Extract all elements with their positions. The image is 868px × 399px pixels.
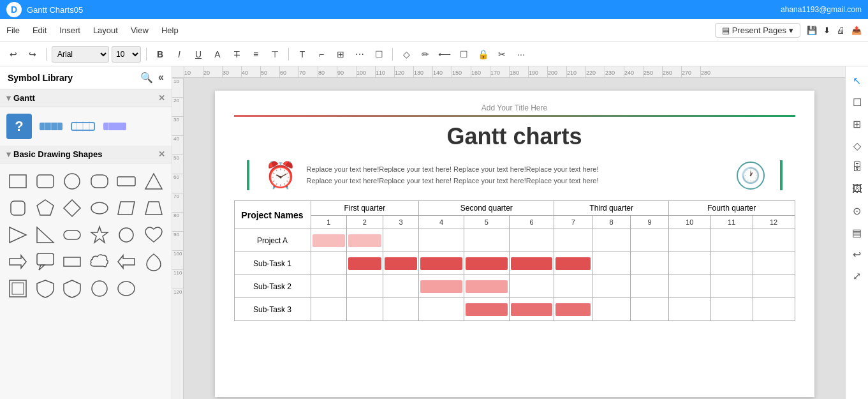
shape-shield[interactable]: [34, 277, 57, 300]
basic-shapes-close-icon[interactable]: ✕: [158, 149, 165, 159]
shape-pentagon[interactable]: [34, 197, 57, 220]
shape-parallelogram[interactable]: [115, 197, 138, 220]
checkbox-button[interactable]: ☐: [455, 46, 472, 63]
lock-button[interactable]: 🔒: [474, 46, 491, 63]
shape-ellipse[interactable]: [88, 197, 111, 220]
shape-callout[interactable]: [34, 250, 57, 273]
gantt-shape-1[interactable]: [38, 114, 64, 139]
gantt-shape-3[interactable]: [102, 114, 128, 139]
canvas[interactable]: Add Your Title Here Gantt charts ⏰ Repla…: [184, 78, 845, 399]
shape-cloud[interactable]: [88, 250, 111, 273]
gantt-shapes-panel: ?: [0, 107, 172, 146]
shape-oval[interactable]: [115, 277, 138, 300]
shape-shield-2[interactable]: [61, 277, 84, 300]
undo-button[interactable]: ↩: [5, 46, 22, 63]
right-panel-layers-icon[interactable]: ◇: [848, 137, 866, 154]
shape-teardrop[interactable]: [142, 250, 165, 273]
shape-rounded-rect[interactable]: [34, 170, 57, 193]
fill-button[interactable]: ◇: [398, 46, 415, 63]
shape-circle[interactable]: [61, 170, 84, 193]
gantt-shape-question[interactable]: ?: [6, 114, 32, 139]
svg-marker-18: [64, 200, 80, 216]
sidebar: Symbol Library 🔍 « ▾ Gantt ✕ ?: [0, 66, 172, 399]
right-panel-cursor-icon[interactable]: ↖: [848, 72, 866, 89]
gantt-shape-2[interactable]: [70, 114, 96, 139]
shape-arrow-left[interactable]: [115, 250, 138, 273]
subtask-1-bar-2: [385, 257, 418, 270]
shape-rounded-rect-2[interactable]: [88, 170, 111, 193]
title-decoration-line: [234, 115, 795, 117]
shape-rectangle[interactable]: [6, 170, 29, 193]
shape-triangle-right[interactable]: [6, 223, 29, 246]
image-button[interactable]: ☐: [371, 46, 387, 63]
shape-small-rect[interactable]: [61, 250, 84, 273]
share-icon[interactable]: 📤: [851, 26, 862, 35]
shape-star[interactable]: [88, 223, 111, 246]
shape-frame[interactable]: [6, 277, 29, 300]
month-1: 1: [311, 216, 347, 229]
info-line-1: Replace your text here!Replace your text…: [307, 164, 726, 176]
basic-shapes-section-header[interactable]: ▾ Basic Drawing Shapes ✕: [0, 146, 172, 163]
shape-diamond[interactable]: [61, 197, 84, 220]
strikethrough-button[interactable]: T̶: [228, 46, 245, 63]
right-panel-format-icon[interactable]: ↩: [848, 245, 866, 263]
subtask-1-m4: [419, 252, 464, 275]
svg-rect-28: [37, 253, 54, 265]
shape-rounded-square[interactable]: [6, 197, 29, 220]
line-button[interactable]: ⟵: [436, 46, 453, 63]
redo-button[interactable]: ↪: [24, 46, 41, 63]
menu-edit[interactable]: Edit: [33, 26, 47, 35]
right-panel-grid-icon[interactable]: ⊞: [848, 115, 866, 133]
right-panel-expand-icon[interactable]: ⤢: [848, 267, 866, 285]
print-icon[interactable]: 🖨: [837, 26, 845, 35]
save-icon[interactable]: 💾: [807, 26, 817, 35]
font-size-select[interactable]: 10: [112, 46, 141, 63]
pen-button[interactable]: ✏: [417, 46, 434, 63]
collapse-icon[interactable]: «: [158, 72, 164, 84]
text-tool-button[interactable]: T: [294, 46, 311, 63]
shape-triangle-half[interactable]: [34, 223, 57, 246]
font-family-select[interactable]: Arial: [52, 46, 109, 63]
right-panel-page-icon[interactable]: ☐: [848, 93, 866, 111]
search-icon[interactable]: 🔍: [140, 72, 153, 84]
more-button[interactable]: ···: [513, 46, 529, 63]
table-button[interactable]: ⊞: [332, 46, 349, 63]
download-icon[interactable]: ⬇: [823, 26, 830, 35]
shape-trapezoid[interactable]: [142, 197, 165, 220]
shape-triangle[interactable]: [142, 170, 165, 193]
align-button[interactable]: ≡: [247, 46, 264, 63]
font-color-button[interactable]: A: [209, 46, 226, 63]
right-panel-image-icon[interactable]: 🖼: [848, 180, 866, 198]
menu-insert[interactable]: Insert: [59, 26, 80, 35]
vertical-ruler: 10 20 30 40 50 60 70 80 90 100 110 120: [172, 78, 184, 399]
shape-rounded-all[interactable]: [115, 223, 138, 246]
svg-marker-17: [37, 200, 54, 215]
menu-file[interactable]: File: [6, 26, 20, 35]
chart-button[interactable]: ⋯: [351, 46, 368, 63]
shape-arrow-right[interactable]: [6, 250, 29, 273]
bold-button[interactable]: B: [152, 46, 168, 63]
svg-point-35: [118, 282, 135, 296]
menu-help[interactable]: Help: [161, 26, 179, 35]
shape-pill[interactable]: [61, 223, 84, 246]
menu-view[interactable]: View: [131, 26, 149, 35]
shape-circle-2[interactable]: [88, 277, 111, 300]
shape-heart[interactable]: [142, 223, 165, 246]
italic-button[interactable]: I: [171, 46, 188, 63]
subtask-3-m5: [464, 298, 509, 321]
shape-wide-rect[interactable]: [115, 170, 138, 193]
gantt-section-header[interactable]: ▾ Gantt ✕: [0, 89, 172, 107]
underline-button[interactable]: U: [190, 46, 207, 63]
format-button[interactable]: ⌐: [313, 46, 330, 63]
present-pages-button[interactable]: ▤ Present Pages ▾: [715, 23, 800, 38]
right-panel-table-icon[interactable]: ▤: [848, 223, 866, 241]
scissors-button[interactable]: ✂: [494, 46, 510, 63]
right-panel-org-icon[interactable]: ⊙: [848, 202, 866, 220]
gantt-close-icon[interactable]: ✕: [158, 93, 165, 103]
basic-shapes-panel: [0, 163, 172, 306]
month-12: 12: [753, 216, 795, 229]
text-align-button[interactable]: ⊤: [267, 46, 283, 63]
menu-layout[interactable]: Layout: [93, 26, 118, 35]
right-panel-database-icon[interactable]: 🗄: [848, 158, 866, 176]
subtask-1-m6: [509, 252, 554, 275]
